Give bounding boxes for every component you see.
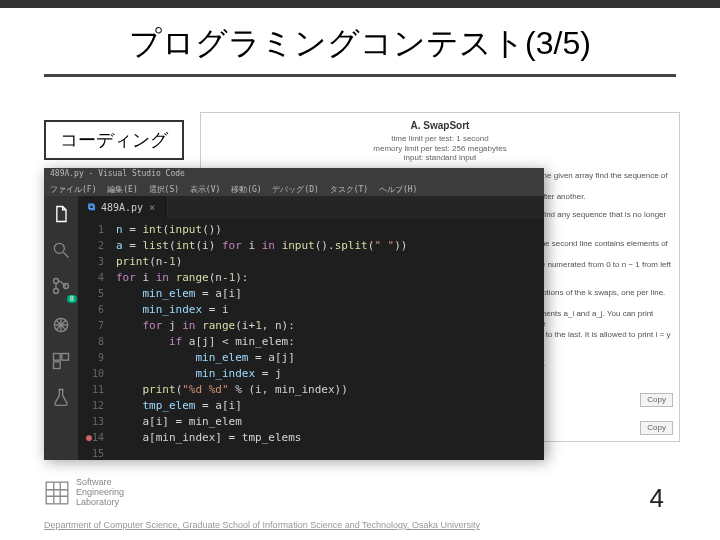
beaker-icon[interactable]	[51, 387, 71, 407]
svg-rect-6	[62, 354, 69, 361]
copy-button[interactable]: Copy	[640, 421, 673, 435]
editor-area: ⧉ 489A.py × 12345678910111213●1415 n = i…	[78, 196, 544, 460]
menu-go[interactable]: 移動(G)	[231, 185, 261, 194]
problem-meta1: time limit per test: 1 second	[209, 134, 671, 144]
svg-point-1	[54, 279, 59, 284]
svg-rect-7	[54, 362, 61, 369]
search-icon[interactable]	[51, 240, 71, 260]
logo-icon	[44, 480, 70, 506]
problem-title: A. SwapSort	[209, 119, 671, 132]
python-file-icon: ⧉	[88, 201, 95, 213]
files-icon[interactable]	[51, 204, 71, 224]
problem-meta3: input: standard input	[209, 153, 671, 163]
svg-rect-5	[54, 354, 61, 361]
slide-title: プログラミングコンテスト(3/5)	[0, 22, 720, 66]
svg-rect-8	[46, 482, 68, 504]
problem-meta2: memory limit per test: 256 megabytes	[209, 144, 671, 154]
line-gutter: 12345678910111213●1415	[78, 218, 110, 460]
code-area[interactable]: 12345678910111213●1415 n = int(input())a…	[78, 218, 544, 460]
source-code[interactable]: n = int(input())a = list(int(i) for i in…	[110, 218, 544, 460]
menu-selection[interactable]: 選択(S)	[149, 185, 179, 194]
menu-help[interactable]: ヘルプ(H)	[379, 185, 417, 194]
debug-icon[interactable]	[51, 315, 71, 335]
activity-bar	[44, 196, 78, 460]
tab-bar: ⧉ 489A.py ×	[78, 196, 544, 218]
tab-489a-py[interactable]: ⧉ 489A.py ×	[78, 196, 166, 218]
title-underline	[44, 74, 676, 77]
menu-edit[interactable]: 編集(E)	[107, 185, 137, 194]
menu-debug[interactable]: デバッグ(D)	[272, 185, 318, 194]
menu-view[interactable]: 表示(V)	[190, 185, 220, 194]
section-label: コーディング	[44, 120, 184, 160]
slide-top-stripe	[0, 0, 720, 8]
svg-point-2	[54, 289, 59, 294]
vscode-window: 489A.py - Visual Studio Code ファイル(F) 編集(…	[44, 168, 544, 458]
slide: プログラミングコンテスト(3/5) コーディング A. SwapSort tim…	[0, 0, 720, 540]
window-titlebar: 489A.py - Visual Studio Code	[44, 168, 544, 184]
close-icon[interactable]: ×	[149, 202, 155, 213]
department-footer: Department of Computer Science, Graduate…	[44, 520, 480, 530]
copy-button[interactable]: Copy	[640, 393, 673, 407]
menu-tasks[interactable]: タスク(T)	[330, 185, 368, 194]
extensions-icon[interactable]	[51, 351, 71, 371]
tab-label: 489A.py	[101, 202, 143, 213]
menu-bar: ファイル(F) 編集(E) 選択(S) 表示(V) 移動(G) デバッグ(D) …	[44, 184, 544, 196]
lab-logo: Software Engineering Laboratory	[44, 478, 124, 508]
svg-point-0	[54, 243, 64, 253]
menu-file[interactable]: ファイル(F)	[50, 185, 96, 194]
logo-line3: Laboratory	[76, 498, 124, 508]
page-number: 4	[650, 483, 664, 514]
scm-icon[interactable]	[51, 276, 71, 299]
